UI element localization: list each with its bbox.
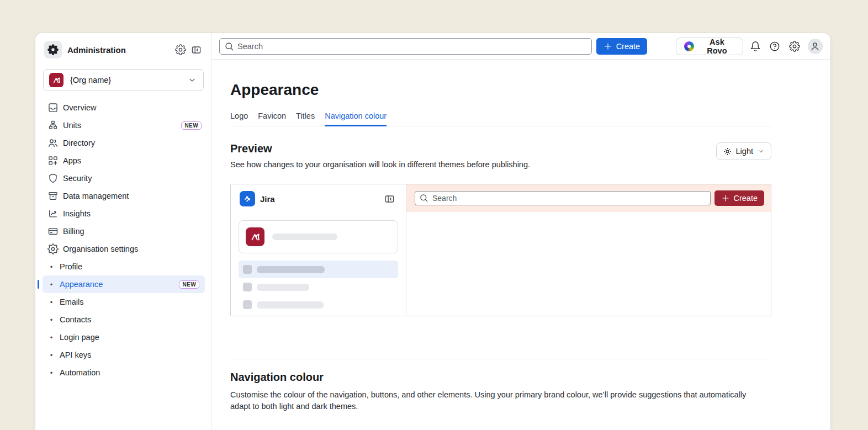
create-button[interactable]: Create [596, 38, 648, 55]
plus-icon [604, 42, 612, 51]
sidebar-settings-icon[interactable] [173, 42, 188, 57]
skeleton-bar [272, 233, 337, 240]
preview-sidebar: Jira [231, 184, 406, 316]
sidebar-item-label: Security [63, 174, 92, 183]
section-divider [230, 359, 771, 359]
skeleton-bar [257, 284, 309, 291]
skeleton-square [243, 300, 252, 309]
rovo-logo-icon [684, 41, 694, 51]
insights-icon [47, 208, 59, 219]
sidebar-item-api-keys[interactable]: •API keys [43, 346, 205, 364]
sidebar-item-label: Billing [63, 227, 84, 236]
tab-titles[interactable]: Titles [296, 112, 315, 126]
sidebar-item-label: Overview [63, 103, 96, 112]
sidebar-item-profile[interactable]: •Profile [43, 258, 205, 275]
sidebar-item-label: Units [63, 121, 81, 130]
billing-icon [47, 226, 59, 237]
bullet-icon: • [47, 316, 55, 324]
skeleton-bar [257, 266, 325, 273]
theme-preview-frame: Jira [230, 184, 771, 316]
sidebar-item-label: Emails [60, 298, 84, 306]
chevron-down-icon [757, 147, 765, 155]
jira-logo-icon [240, 191, 255, 206]
preview-search [415, 191, 711, 205]
sidebar-item-label: Automation [60, 368, 100, 377]
sidebar-item-label: Insights [63, 209, 91, 218]
chevron-down-icon [188, 76, 197, 84]
sidebar-header: Administration [44, 40, 204, 60]
sidebar-item-organisation-settings[interactable]: Organisation settings [35, 240, 211, 258]
sidebar-item-apps[interactable]: Apps [35, 152, 211, 169]
preview-org-logo-icon [246, 227, 264, 246]
sidebar-item-label: Appearance [60, 280, 103, 289]
admin-app-window: Administration {Org name} OverviewUnitsN… [35, 33, 830, 430]
skeleton-square [243, 265, 252, 274]
page-title: Appearance [230, 81, 771, 99]
plus-icon [721, 194, 730, 203]
org-logo-icon [49, 73, 63, 87]
administration-gear-tile-icon [44, 41, 62, 59]
skeleton-row [239, 296, 398, 314]
preview-description: See how changes to your organisation wil… [230, 160, 530, 169]
sidebar-item-billing[interactable]: Billing [35, 222, 211, 240]
profile-avatar[interactable] [808, 39, 823, 54]
sidebar-item-automation[interactable]: •Automation [43, 364, 205, 381]
sidebar-item-label: Directory [63, 139, 95, 147]
preview-search-input [415, 191, 711, 205]
org-name: {Org name} [70, 76, 188, 84]
tab-logo[interactable]: Logo [230, 112, 248, 126]
sidebar-item-label: Organisation settings [63, 245, 138, 253]
preview-skeleton-list [239, 261, 398, 314]
collapse-sidebar-icon[interactable] [188, 42, 204, 57]
sidebar-item-security[interactable]: Security [35, 169, 211, 187]
org-selector-dropdown[interactable]: {Org name} [43, 69, 204, 91]
search-input[interactable] [219, 38, 592, 55]
preview-heading: Preview [230, 142, 530, 155]
preview-create-button: Create [714, 190, 764, 206]
preview-org-card [239, 220, 398, 253]
apps-icon [47, 155, 59, 166]
tab-navigation-colour[interactable]: Navigation colour [325, 112, 387, 126]
sidebar-item-directory[interactable]: Directory [35, 134, 211, 152]
global-search [219, 38, 592, 55]
help-icon[interactable] [769, 40, 782, 53]
settings-gear-icon[interactable] [788, 40, 801, 53]
sidebar-item-label: Profile [60, 262, 82, 271]
bullet-icon: • [47, 280, 55, 289]
brightness-icon [723, 147, 732, 156]
main-area: Create Ask Rovo Appearance LogoFaviconTi… [212, 33, 830, 430]
sidebar-item-label: Contacts [60, 315, 91, 324]
sidebar-item-label: Apps [63, 156, 81, 165]
bullet-icon: • [47, 351, 55, 359]
notifications-bell-icon[interactable] [749, 40, 762, 53]
ask-rovo-button[interactable]: Ask Rovo [676, 38, 743, 55]
tab-favicon[interactable]: Favicon [258, 112, 286, 126]
bullet-icon: • [47, 298, 55, 306]
sidebar: Administration {Org name} OverviewUnitsN… [35, 33, 212, 430]
appearance-tabs: LogoFaviconTitlesNavigation colour [230, 112, 771, 126]
sidebar-item-contacts[interactable]: •Contacts [43, 311, 205, 328]
app-title: Administration [67, 45, 126, 55]
sidebar-item-emails[interactable]: •Emails [43, 293, 205, 311]
sidebar-item-data-management[interactable]: Data management [35, 187, 211, 205]
sidebar-item-overview[interactable]: Overview [35, 99, 211, 116]
directory-icon [47, 137, 59, 148]
sidebar-item-appearance[interactable]: •AppearanceNEW [43, 275, 205, 293]
top-navigation-bar: Create Ask Rovo [212, 33, 830, 60]
units-icon [47, 120, 59, 131]
bullet-icon: • [47, 333, 55, 342]
sidebar-item-label: API keys [60, 351, 91, 359]
overview-icon [47, 102, 59, 113]
sidebar-item-units[interactable]: UnitsNEW [35, 116, 211, 134]
theme-selector-button[interactable]: Light [716, 142, 771, 160]
sidebar-item-login-page[interactable]: •Login page [43, 328, 205, 346]
sidebar-item-insights[interactable]: Insights [35, 205, 211, 222]
security-icon [47, 173, 59, 184]
org-settings-icon [47, 243, 59, 254]
new-badge: NEW [181, 121, 202, 130]
navigation-colour-description: Customise the colour of the navigation, … [230, 389, 767, 412]
sidebar-item-label: Data management [63, 192, 129, 200]
skeleton-bar [257, 301, 324, 309]
preview-collapse-panel-icon [384, 194, 395, 204]
preview-main: Create [406, 184, 771, 316]
